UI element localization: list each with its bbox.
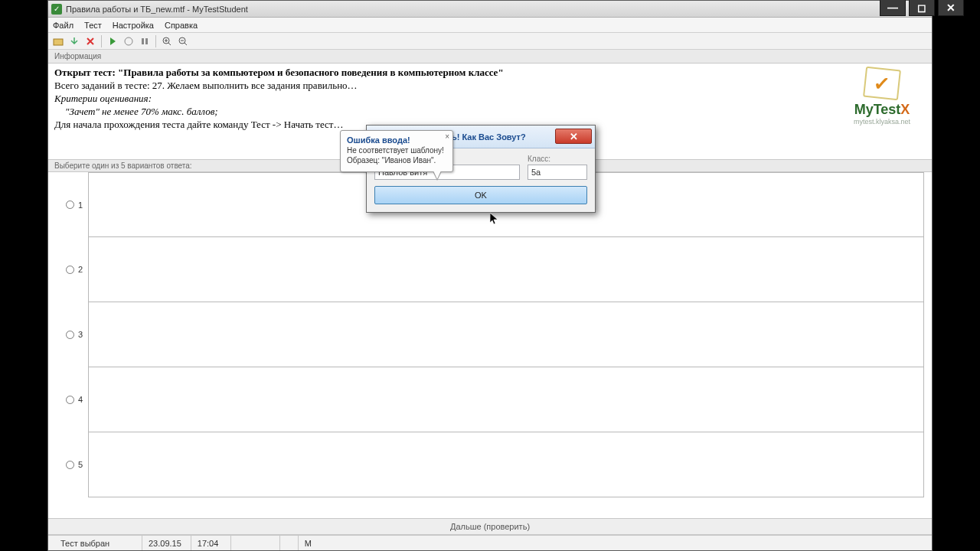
answer-row[interactable]: 3 <box>88 302 924 367</box>
logo-url: mytest.klyaksa.net <box>840 118 924 126</box>
close-button[interactable]: ✕ <box>938 0 964 16</box>
toolbar <box>48 33 932 50</box>
answer-row[interactable]: 5 <box>88 432 924 497</box>
error-balloon: × Ошибка ввода! Не соответствует шаблону… <box>340 130 453 172</box>
tool-zoom-out-icon[interactable] <box>176 34 190 48</box>
menu-file[interactable]: Файл <box>53 21 74 30</box>
radio-icon[interactable] <box>66 266 74 274</box>
menu-settings[interactable]: Настройка <box>113 21 154 30</box>
radio-icon[interactable] <box>66 331 74 339</box>
option-number: 1 <box>78 201 83 210</box>
maximize-button[interactable]: ◻ <box>909 0 935 16</box>
next-button[interactable]: Дальше (проверить) <box>48 518 932 535</box>
radio-icon[interactable] <box>66 396 74 404</box>
balloon-tail-icon <box>433 171 442 181</box>
balloon-close-icon[interactable]: × <box>445 132 449 141</box>
next-label: Дальше (проверить) <box>450 522 530 531</box>
option-number: 4 <box>78 395 83 404</box>
opened-test-line: Открыт тест: "Правила работы за компьюте… <box>54 67 926 79</box>
ok-button[interactable]: OK <box>374 186 587 204</box>
tool-play-icon[interactable] <box>106 34 119 48</box>
opened-prefix: Открыт тест: <box>54 67 118 78</box>
balloon-title: Ошибка ввода! <box>347 135 446 145</box>
class-label: Класс: <box>528 155 587 163</box>
tool-down-icon[interactable] <box>67 34 81 48</box>
app-window: Правила работы и ТБ_new.mtf - MyTestStud… <box>47 0 933 551</box>
info-tab: Информация <box>48 50 932 64</box>
balloon-line: Не соответствует шаблону! <box>347 146 446 156</box>
svg-point-1 <box>125 37 132 45</box>
tool-zoom-in-icon[interactable] <box>160 34 174 48</box>
criteria-label: Критерии оценивания: <box>54 93 926 105</box>
dialog-close-button[interactable]: ✕ <box>555 129 592 144</box>
answer-row[interactable]: 4 <box>88 367 924 432</box>
menu-help[interactable]: Справка <box>165 21 198 30</box>
radio-icon[interactable] <box>66 461 74 469</box>
opened-name: "Правила работы за компьютером и безопас… <box>118 67 504 78</box>
status-time: 17:04 <box>191 536 227 550</box>
option-number: 3 <box>78 330 83 339</box>
question-bar-label: Выберите один из 5 вариантов ответа: <box>54 161 192 170</box>
toolbar-separator <box>155 35 156 47</box>
option-number: 5 <box>78 460 83 469</box>
svg-rect-2 <box>142 38 144 44</box>
titlebar: Правила работы и ТБ_new.mtf - MyTestStud… <box>48 1 932 18</box>
balloon-line: Образец: "Иванов Иван". <box>347 156 446 166</box>
menu-test[interactable]: Тест <box>84 21 102 30</box>
statusbar: Тест выбран 23.09.15 17:04 М <box>48 535 932 550</box>
answer-row[interactable]: 2 <box>88 237 924 302</box>
app-icon <box>51 4 62 15</box>
tool-record-icon[interactable] <box>122 34 136 48</box>
tool-pause-icon[interactable] <box>138 34 152 48</box>
status-date: 23.09.15 <box>142 536 188 550</box>
app-logo: MyTestX mytest.klyaksa.net <box>840 68 924 126</box>
class-input[interactable] <box>528 165 587 180</box>
tool-stop-icon[interactable] <box>83 34 97 48</box>
total-line: Всего заданий в тесте: 27. Желаем выполн… <box>54 80 926 92</box>
status-mode: Тест выбран <box>54 536 139 550</box>
window-controls: — ◻ ✕ <box>880 0 964 16</box>
tool-open-icon[interactable] <box>51 34 65 48</box>
criteria-item: "Зачет" не менее 70% макс. баллов; <box>54 106 926 118</box>
option-number: 2 <box>78 265 83 274</box>
ok-label: OK <box>475 191 487 200</box>
toolbar-separator <box>101 35 102 47</box>
svg-rect-0 <box>54 39 63 45</box>
menubar: Файл Тест Настройка Справка <box>48 18 932 33</box>
status-empty <box>230 536 276 550</box>
status-letter: М <box>298 536 318 550</box>
cursor-icon <box>490 213 499 227</box>
logo-name: MyTestX <box>840 102 924 118</box>
svg-rect-3 <box>145 38 148 44</box>
status-empty <box>279 536 295 550</box>
minimize-button[interactable]: — <box>880 0 906 16</box>
radio-icon[interactable] <box>66 201 74 209</box>
window-title: Правила работы и ТБ_new.mtf - MyTestStud… <box>66 5 248 14</box>
logo-check-icon <box>863 67 901 101</box>
info-tab-label: Информация <box>54 52 101 60</box>
